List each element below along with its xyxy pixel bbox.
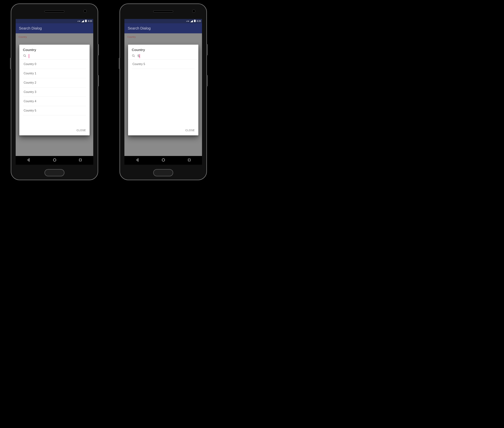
field-label-country[interactable]: Country (124, 33, 202, 41)
nav-back-icon[interactable] (27, 158, 31, 163)
phone-side-button (206, 44, 208, 55)
phone-side-button (98, 75, 99, 86)
dialog-actions: CLOSE (19, 126, 89, 134)
search-dialog: Country Country 5 CLOSE (128, 45, 198, 135)
battery-charging-icon (194, 20, 196, 23)
network-type-label: LTE (186, 20, 189, 22)
phone-side-button (119, 58, 120, 69)
svg-rect-7 (195, 20, 195, 20)
search-input[interactable] (29, 53, 86, 59)
svg-point-2 (24, 55, 25, 56)
svg-point-8 (132, 55, 134, 56)
dialog-title: Country (19, 48, 89, 53)
results-list[interactable]: Country 5 (128, 60, 198, 126)
phone-screen: LTE 8:20 Search Dialog Country Country (124, 19, 202, 165)
list-item[interactable]: Country 4 (23, 97, 86, 106)
phone-camera (192, 9, 195, 13)
results-list[interactable]: Country 0Country 1Country 2Country 3Coun… (19, 60, 89, 126)
search-row (128, 53, 198, 60)
list-item[interactable]: Country 1 (23, 69, 86, 78)
list-item[interactable]: Country 0 (23, 60, 86, 69)
phone-screen: LTE 8:20 Search Dialog Country Country (16, 19, 93, 165)
list-item[interactable]: Country 5 (23, 106, 86, 115)
nav-home-icon[interactable] (53, 158, 57, 163)
search-input[interactable] (138, 53, 195, 59)
nav-home-icon[interactable] (161, 158, 165, 163)
status-time: 8:20 (88, 20, 92, 22)
dialog-actions: CLOSE (128, 126, 198, 134)
svg-line-9 (134, 56, 135, 57)
svg-rect-1 (86, 20, 86, 20)
phone-home-button[interactable] (44, 169, 65, 176)
svg-point-4 (53, 159, 56, 161)
svg-rect-11 (188, 159, 190, 161)
phone-frame-left: LTE 8:20 Search Dialog Country Country (11, 3, 98, 180)
nav-recent-icon[interactable] (187, 158, 191, 163)
phone-speaker (153, 10, 173, 12)
signal-icon (81, 20, 84, 22)
nav-recent-icon[interactable] (79, 158, 82, 163)
list-item[interactable]: Country 2 (23, 78, 86, 87)
content-area: Country Country Country 0Country 1Countr… (16, 33, 93, 156)
list-item[interactable]: Country 5 (132, 60, 195, 69)
search-row (19, 53, 89, 60)
content-area: Country Country Country 5 CLOSE (124, 33, 202, 156)
search-icon (23, 54, 27, 58)
phone-side-button (98, 44, 99, 55)
close-button[interactable]: CLOSE (185, 128, 195, 133)
phone-home-button[interactable] (153, 169, 173, 176)
dialog-title: Country (128, 48, 198, 53)
phone-frame-right: LTE 8:20 Search Dialog Country Country (120, 3, 207, 180)
field-label-country[interactable]: Country (16, 33, 93, 41)
nav-back-icon[interactable] (136, 158, 139, 163)
app-title: Search Dialog (19, 26, 42, 30)
list-item[interactable]: Country 3 (23, 87, 86, 97)
phone-camera (83, 9, 87, 13)
close-button[interactable]: CLOSE (76, 128, 87, 133)
svg-point-10 (162, 159, 165, 161)
phone-speaker (44, 10, 65, 12)
phone-side-button (10, 58, 11, 69)
phone-side-button (206, 75, 208, 86)
status-time: 8:20 (197, 20, 201, 22)
android-nav-bar (16, 156, 93, 165)
status-bar: LTE 8:20 (16, 19, 93, 23)
svg-rect-5 (79, 159, 81, 161)
svg-line-3 (25, 56, 26, 57)
search-icon (132, 54, 135, 58)
status-bar: LTE 8:20 (124, 19, 202, 23)
search-field[interactable] (138, 53, 195, 59)
search-dialog: Country Country 0Country 1Country 2Count… (19, 45, 89, 135)
signal-icon (190, 20, 193, 22)
app-title: Search Dialog (128, 26, 151, 30)
network-type-label: LTE (77, 20, 80, 22)
app-bar: Search Dialog (124, 23, 202, 33)
android-nav-bar (124, 156, 202, 165)
battery-charging-icon (85, 20, 87, 23)
app-bar: Search Dialog (16, 23, 93, 33)
search-field[interactable] (29, 53, 86, 59)
